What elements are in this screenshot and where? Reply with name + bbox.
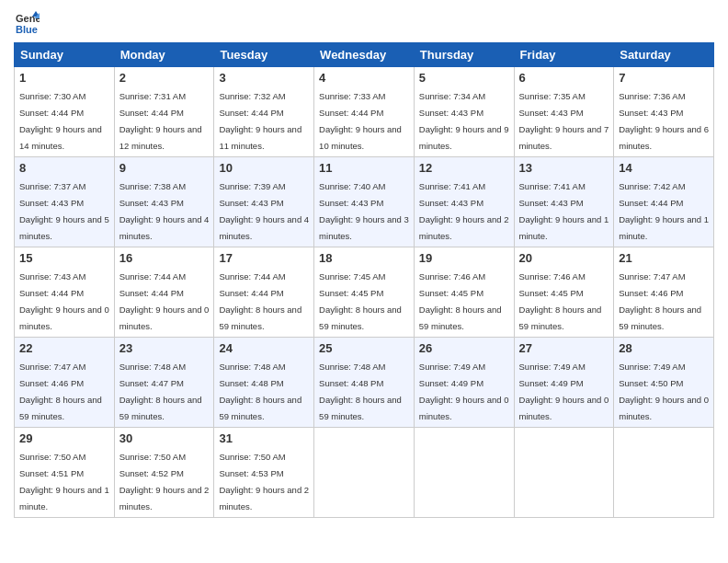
day-detail: Sunrise: 7:45 AMSunset: 4:45 PMDaylight:…: [319, 271, 402, 331]
day-detail: Sunrise: 7:33 AMSunset: 4:44 PMDaylight:…: [319, 91, 402, 151]
day-number: 22: [19, 341, 109, 355]
day-cell: 4Sunrise: 7:33 AMSunset: 4:44 PMDaylight…: [314, 67, 415, 157]
svg-text:Blue: Blue: [16, 24, 38, 35]
day-detail: Sunrise: 7:50 AMSunset: 4:51 PMDaylight:…: [19, 452, 109, 511]
weekday-header: Thursday: [414, 43, 514, 67]
day-number: 30: [119, 431, 210, 445]
logo-icon: General Blue: [14, 9, 40, 35]
day-detail: Sunrise: 7:43 AMSunset: 4:44 PMDaylight:…: [19, 271, 109, 331]
weekday-header: Monday: [114, 43, 214, 67]
day-detail: Sunrise: 7:44 AMSunset: 4:44 PMDaylight:…: [219, 271, 301, 331]
day-cell: 27Sunrise: 7:49 AMSunset: 4:49 PMDayligh…: [514, 338, 614, 428]
calendar-row: 8Sunrise: 7:37 AMSunset: 4:43 PMDaylight…: [15, 157, 714, 247]
day-number: 1: [19, 71, 109, 85]
day-number: 29: [19, 431, 109, 445]
calendar-row: 29Sunrise: 7:50 AMSunset: 4:51 PMDayligh…: [15, 428, 714, 518]
day-number: 21: [619, 251, 709, 265]
day-cell: 22Sunrise: 7:47 AMSunset: 4:46 PMDayligh…: [15, 338, 115, 428]
day-detail: Sunrise: 7:31 AMSunset: 4:44 PMDaylight:…: [119, 91, 202, 151]
day-detail: Sunrise: 7:41 AMSunset: 4:43 PMDaylight:…: [519, 181, 609, 241]
day-cell: 14Sunrise: 7:42 AMSunset: 4:44 PMDayligh…: [614, 157, 714, 247]
day-number: 20: [519, 251, 609, 265]
header: General Blue: [14, 9, 714, 35]
day-detail: Sunrise: 7:35 AMSunset: 4:43 PMDaylight:…: [519, 91, 609, 151]
day-cell: 5Sunrise: 7:34 AMSunset: 4:43 PMDaylight…: [414, 67, 514, 157]
day-number: 10: [219, 161, 309, 175]
weekday-header: Friday: [514, 43, 614, 67]
day-number: 7: [619, 71, 709, 85]
day-detail: Sunrise: 7:50 AMSunset: 4:52 PMDaylight:…: [119, 452, 210, 511]
day-cell: 1Sunrise: 7:30 AMSunset: 4:44 PMDaylight…: [15, 67, 115, 157]
day-detail: Sunrise: 7:32 AMSunset: 4:44 PMDaylight:…: [219, 91, 301, 151]
day-number: 31: [219, 431, 309, 445]
day-cell: 20Sunrise: 7:46 AMSunset: 4:45 PMDayligh…: [514, 247, 614, 338]
day-cell: 24Sunrise: 7:48 AMSunset: 4:48 PMDayligh…: [214, 338, 314, 428]
day-detail: Sunrise: 7:50 AMSunset: 4:53 PMDaylight:…: [219, 452, 309, 511]
day-cell: 19Sunrise: 7:46 AMSunset: 4:45 PMDayligh…: [414, 247, 514, 338]
day-detail: Sunrise: 7:47 AMSunset: 4:46 PMDaylight:…: [619, 271, 701, 331]
day-number: 5: [419, 71, 509, 85]
day-number: 19: [419, 251, 509, 265]
day-detail: Sunrise: 7:42 AMSunset: 4:44 PMDaylight:…: [619, 181, 709, 241]
day-detail: Sunrise: 7:38 AMSunset: 4:43 PMDaylight:…: [119, 181, 210, 241]
day-detail: Sunrise: 7:34 AMSunset: 4:43 PMDaylight:…: [419, 91, 509, 151]
day-number: 14: [619, 161, 709, 175]
day-detail: Sunrise: 7:44 AMSunset: 4:44 PMDaylight:…: [119, 271, 210, 331]
day-number: 26: [419, 341, 509, 355]
day-number: 17: [219, 251, 309, 265]
calendar-row: 1Sunrise: 7:30 AMSunset: 4:44 PMDaylight…: [15, 67, 714, 157]
empty-cell: [614, 428, 714, 518]
day-cell: 9Sunrise: 7:38 AMSunset: 4:43 PMDaylight…: [114, 157, 214, 247]
day-detail: Sunrise: 7:49 AMSunset: 4:50 PMDaylight:…: [619, 362, 709, 421]
day-number: 18: [319, 251, 409, 265]
day-number: 8: [19, 161, 109, 175]
main-container: General Blue SundayMondayTuesdayWednesda…: [0, 0, 728, 527]
day-cell: 17Sunrise: 7:44 AMSunset: 4:44 PMDayligh…: [214, 247, 314, 338]
day-detail: Sunrise: 7:36 AMSunset: 4:43 PMDaylight:…: [619, 91, 709, 151]
day-detail: Sunrise: 7:46 AMSunset: 4:45 PMDaylight:…: [519, 271, 602, 331]
day-cell: 12Sunrise: 7:41 AMSunset: 4:43 PMDayligh…: [414, 157, 514, 247]
empty-cell: [314, 428, 415, 518]
day-cell: 3Sunrise: 7:32 AMSunset: 4:44 PMDaylight…: [214, 67, 314, 157]
day-cell: 2Sunrise: 7:31 AMSunset: 4:44 PMDaylight…: [114, 67, 214, 157]
day-cell: 28Sunrise: 7:49 AMSunset: 4:50 PMDayligh…: [614, 338, 714, 428]
day-number: 25: [319, 341, 409, 355]
day-cell: 25Sunrise: 7:48 AMSunset: 4:48 PMDayligh…: [314, 338, 415, 428]
day-cell: 29Sunrise: 7:50 AMSunset: 4:51 PMDayligh…: [15, 428, 115, 518]
day-cell: 23Sunrise: 7:48 AMSunset: 4:47 PMDayligh…: [114, 338, 214, 428]
logo: General Blue: [14, 9, 43, 35]
header-row: SundayMondayTuesdayWednesdayThursdayFrid…: [15, 43, 714, 67]
day-detail: Sunrise: 7:49 AMSunset: 4:49 PMDaylight:…: [419, 362, 509, 421]
day-number: 12: [419, 161, 509, 175]
empty-cell: [514, 428, 614, 518]
day-cell: 13Sunrise: 7:41 AMSunset: 4:43 PMDayligh…: [514, 157, 614, 247]
day-cell: 10Sunrise: 7:39 AMSunset: 4:43 PMDayligh…: [214, 157, 314, 247]
day-detail: Sunrise: 7:37 AMSunset: 4:43 PMDaylight:…: [19, 181, 109, 241]
day-number: 9: [119, 161, 210, 175]
weekday-header: Wednesday: [314, 43, 415, 67]
weekday-header: Saturday: [614, 43, 714, 67]
day-number: 2: [119, 71, 210, 85]
day-number: 3: [219, 71, 309, 85]
day-cell: 31Sunrise: 7:50 AMSunset: 4:53 PMDayligh…: [214, 428, 314, 518]
day-number: 27: [519, 341, 609, 355]
day-cell: 30Sunrise: 7:50 AMSunset: 4:52 PMDayligh…: [114, 428, 214, 518]
day-number: 24: [219, 341, 309, 355]
day-number: 13: [519, 161, 609, 175]
day-number: 4: [319, 71, 409, 85]
day-detail: Sunrise: 7:40 AMSunset: 4:43 PMDaylight:…: [319, 181, 409, 241]
day-detail: Sunrise: 7:41 AMSunset: 4:43 PMDaylight:…: [419, 181, 509, 241]
day-detail: Sunrise: 7:49 AMSunset: 4:49 PMDaylight:…: [519, 362, 609, 421]
day-number: 16: [119, 251, 210, 265]
day-cell: 26Sunrise: 7:49 AMSunset: 4:49 PMDayligh…: [414, 338, 514, 428]
day-cell: 7Sunrise: 7:36 AMSunset: 4:43 PMDaylight…: [614, 67, 714, 157]
day-number: 23: [119, 341, 210, 355]
calendar-row: 22Sunrise: 7:47 AMSunset: 4:46 PMDayligh…: [15, 338, 714, 428]
empty-cell: [414, 428, 514, 518]
day-number: 6: [519, 71, 609, 85]
day-detail: Sunrise: 7:47 AMSunset: 4:46 PMDaylight:…: [19, 362, 102, 421]
day-cell: 15Sunrise: 7:43 AMSunset: 4:44 PMDayligh…: [15, 247, 115, 338]
day-cell: 16Sunrise: 7:44 AMSunset: 4:44 PMDayligh…: [114, 247, 214, 338]
day-detail: Sunrise: 7:48 AMSunset: 4:48 PMDaylight:…: [319, 362, 402, 421]
day-cell: 6Sunrise: 7:35 AMSunset: 4:43 PMDaylight…: [514, 67, 614, 157]
